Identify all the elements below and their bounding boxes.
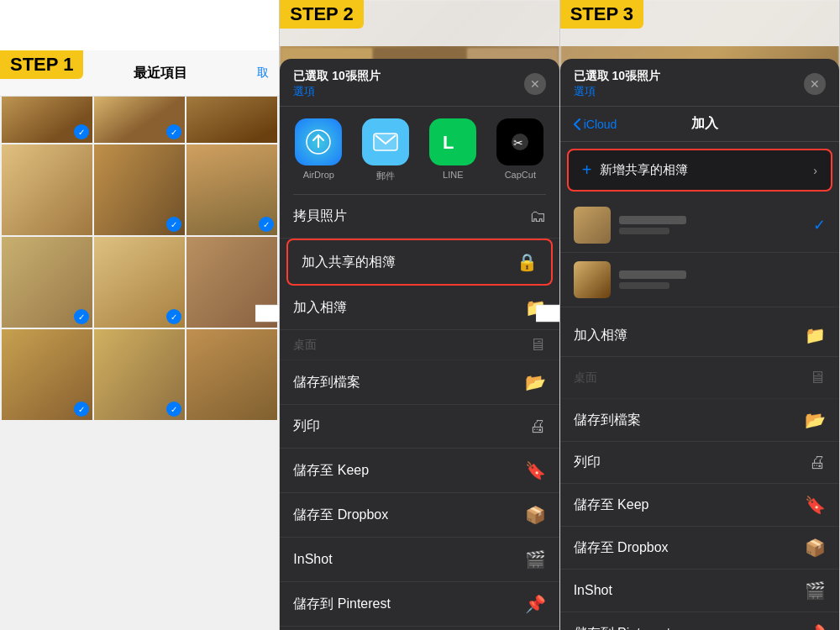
share-action-copy[interactable]: 拷貝照片 🗂 (280, 195, 559, 239)
share-action-print[interactable]: 列印 🖨 (280, 405, 559, 449)
s3-pinterest-label: 儲存到 Pinterest (574, 625, 671, 631)
icloud-back-button[interactable]: iCloud (574, 118, 617, 131)
album-name-text (619, 216, 686, 224)
s3-save-files-label: 儲存到檔案 (574, 412, 641, 429)
share-sheet: 已選取 10張照片 選項 ✕ AirDrop 郵件 (280, 59, 559, 630)
desktop-label: 桌面 (293, 338, 317, 353)
album-sub-text-2 (619, 282, 669, 289)
icloud-back-label: iCloud (584, 118, 617, 131)
step3-options-button[interactable]: 選項 (574, 84, 660, 99)
inshot-icon: 🎬 (525, 549, 546, 570)
photo-cell[interactable]: ✓ (94, 144, 185, 235)
selected-text: 已選取 10張照片 (293, 69, 380, 84)
s3-inshot-label: InShot (574, 583, 612, 598)
s3-dropbox[interactable]: 儲存至 Dropbox 📦 (560, 527, 839, 570)
print-icon: 🖨 (529, 417, 546, 436)
icloud-title: 加入 (617, 115, 792, 133)
s3-keep-icon: 🔖 (805, 495, 826, 515)
s3-desktop-icon: 🖥 (809, 368, 826, 387)
header-action[interactable]: 取 (257, 66, 269, 81)
album-info (619, 216, 805, 234)
step3-close-button[interactable]: ✕ (804, 73, 826, 95)
capcut-icon: ✂ (496, 118, 543, 165)
keep-icon: 🔖 (525, 460, 546, 480)
share-app-line[interactable]: L LINE (428, 118, 478, 182)
step3-actions: 加入相簿 📁 桌面 🖥 儲存到檔案 📂 列印 🖨 儲存至 Keep (560, 307, 839, 630)
share-action-save-files[interactable]: 儲存到檔案 📂 (280, 360, 559, 405)
share-action-inshot[interactable]: InShot 🎬 (280, 538, 559, 582)
photo-cell[interactable]: ✓ (186, 144, 277, 235)
photo-cell-last[interactable] (186, 329, 277, 420)
s3-inshot-icon: 🎬 (805, 580, 826, 601)
s3-dropbox-label: 儲存至 Dropbox (574, 539, 669, 557)
step2-badge: STEP 2 (280, 0, 363, 29)
share-app-airdrop[interactable]: AirDrop (293, 118, 344, 182)
share-action-pinterest[interactable]: 儲存到 Pinterest 📌 (280, 582, 559, 627)
step3-badge: STEP 3 (560, 0, 643, 29)
s3-pinterest[interactable]: 儲存到 Pinterest 📌 (560, 612, 839, 630)
album-sub-text (619, 228, 669, 234)
airdrop-icon (295, 118, 342, 165)
share-app-capcut[interactable]: ✂ CapCut (495, 118, 545, 182)
step1-panel: 12 4G 🔋 最近項目 取 ✓ ✓ ✓ ✓ ✓ ✓ (0, 0, 280, 630)
options-button[interactable]: 選項 (293, 84, 380, 99)
arrow-step1-to-step2 (255, 298, 280, 332)
capcut-label: CapCut (505, 170, 536, 180)
album-thumbnail-2 (574, 261, 611, 298)
line-label: LINE (443, 170, 463, 180)
share-action-add-album[interactable]: 加入相簿 📁 (280, 286, 559, 330)
step3-selected-text: 已選取 10張照片 (574, 69, 660, 84)
share-app-mail[interactable]: 郵件 (360, 118, 411, 182)
s3-print-icon: 🖨 (809, 453, 826, 472)
copy-icon: 🗂 (529, 207, 546, 226)
pinterest-icon: 📌 (525, 594, 546, 614)
save-files-label: 儲存到檔案 (293, 374, 360, 391)
album-list-item[interactable]: ✓ (560, 198, 839, 253)
photo-cell[interactable]: ✓ (94, 329, 185, 420)
s3-print[interactable]: 列印 🖨 (560, 442, 839, 484)
share-action-dropbox[interactable]: 儲存至 Dropbox 📦 (280, 493, 559, 538)
s3-add-album[interactable]: 加入相簿 📁 (560, 314, 839, 357)
s3-inshot[interactable]: InShot 🎬 (560, 570, 839, 612)
close-button[interactable]: ✕ (524, 73, 546, 95)
s3-desktop[interactable]: 桌面 🖥 (560, 357, 839, 399)
shared-album-label: 加入共享的相簿 (302, 254, 396, 271)
dropbox-label: 儲存至 Dropbox (293, 507, 388, 524)
pinterest-label: 儲存到 Pinterest (293, 596, 391, 613)
inshot-label: InShot (293, 552, 332, 567)
album-name-text-2 (619, 270, 686, 279)
photo-cell[interactable]: ✓ (2, 329, 92, 420)
s3-print-label: 列印 (574, 454, 601, 471)
step3-titles: 已選取 10張照片 選項 (574, 69, 660, 99)
new-album-label: 新增共享的相簿 (600, 162, 805, 178)
album-list-item-2[interactable] (560, 253, 839, 307)
photo-cell[interactable] (2, 144, 92, 235)
photo-cell[interactable]: ✓ (94, 237, 185, 328)
s3-keep[interactable]: 儲存至 Keep 🔖 (560, 484, 839, 527)
share-apps-row: AirDrop 郵件 L LINE ✂ (280, 107, 559, 194)
share-action-desktop[interactable]: 桌面 🖥 (280, 330, 559, 360)
step3-panel: STEP 3 4G 🔋 已選取 10張照片 選項 ✕ iCloud (560, 0, 840, 630)
new-album-plus-icon: + (582, 160, 592, 180)
chevron-right-icon: › (813, 164, 817, 177)
step2-panel: STEP 2 4G 🔋 已選取 10張照片 選項 ✕ (280, 0, 559, 630)
share-action-keep[interactable]: 儲存至 Keep 🔖 (280, 449, 559, 493)
keep-label: 儲存至 Keep (293, 462, 369, 480)
s3-desktop-label: 桌面 (574, 370, 597, 386)
step1-background: 12 4G 🔋 最近項目 取 ✓ ✓ ✓ ✓ ✓ ✓ (0, 50, 279, 630)
new-shared-album-button[interactable]: + 新增共享的相簿 › (567, 149, 832, 192)
s3-save-files[interactable]: 儲存到檔案 📂 (560, 399, 839, 442)
line-icon: L (429, 118, 476, 165)
print-label: 列印 (293, 417, 320, 435)
arrow-step2-to-step3 (536, 298, 560, 332)
share-action-shared-album[interactable]: 加入共享的相簿 🔒 (286, 239, 552, 286)
airdrop-label: AirDrop (303, 170, 334, 180)
album-thumbnail (574, 207, 611, 244)
photo-grid: ✓ ✓ ✓ ✓ ✓ ✓ ✓ ✓ (0, 50, 279, 422)
copy-label: 拷貝照片 (293, 207, 347, 225)
dropbox-icon: 📦 (525, 505, 546, 525)
svg-text:✂: ✂ (513, 136, 523, 150)
photo-cell[interactable]: ✓ (2, 237, 92, 328)
desktop-icon: 🖥 (529, 335, 546, 354)
s3-pinterest-icon: 📌 (805, 623, 826, 630)
